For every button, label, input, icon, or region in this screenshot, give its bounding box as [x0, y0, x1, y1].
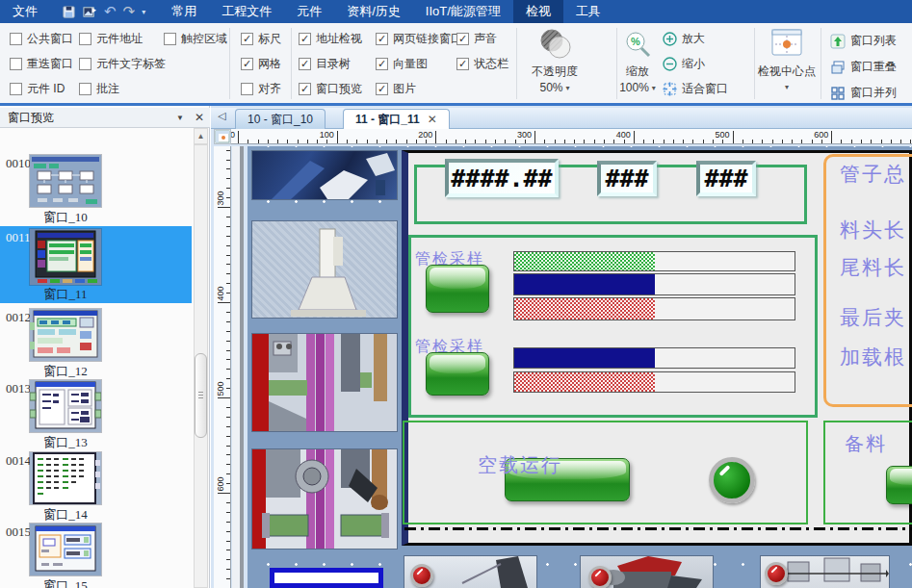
ruler-tick: [624, 140, 625, 143]
undo-icon[interactable]: ↶: [104, 4, 117, 19]
tab-close-icon[interactable]: ✕: [428, 113, 437, 126]
machine-image-5[interactable]: [404, 556, 536, 588]
zoom-icon[interactable]: %: [622, 29, 653, 64]
ruler-tick: [367, 140, 368, 143]
tab-scroll-left-icon[interactable]: ◁: [218, 110, 225, 122]
machine-image-1[interactable]: OFF: [252, 151, 397, 199]
view-center-icon[interactable]: [769, 28, 804, 63]
numeric-display-1[interactable]: ####.##: [445, 159, 559, 197]
tab-window-10[interactable]: 10 - 窗口_10: [235, 109, 326, 129]
menu-data-history[interactable]: 资料/历史: [334, 0, 413, 23]
menu-project-files[interactable]: 工程文件: [209, 0, 284, 23]
window-cascade-button[interactable]: 窗口重叠: [830, 59, 897, 75]
menu-file[interactable]: 文件: [0, 0, 50, 23]
ruler-tick: [396, 140, 397, 143]
sidebar-item-window-13[interactable]: 0013 窗口_13: [0, 377, 192, 450]
bar-graph-red-2[interactable]: [513, 371, 795, 393]
machine-image-3[interactable]: OFF: [252, 334, 397, 431]
bar-fill: [514, 274, 655, 294]
ruler-tick: [881, 140, 882, 143]
checkbox-status-bar[interactable]: 状态栏: [456, 57, 508, 71]
pipe-sample-button-1[interactable]: [426, 265, 489, 313]
machine-image-7[interactable]: [761, 556, 889, 588]
panel-close-icon[interactable]: ✕: [191, 108, 208, 128]
view-center-dropdown[interactable]: ▾: [753, 83, 821, 91]
checkbox-common-window[interactable]: 公共窗口: [10, 32, 73, 46]
bar-graph-navy-1[interactable]: [513, 273, 795, 295]
checkbox-vector-graphics[interactable]: 向量图: [376, 57, 428, 71]
checkbox-overlay-window[interactable]: 重迭窗口: [10, 57, 73, 71]
idle-run-label[interactable]: 空载运行: [478, 452, 562, 478]
sidebar-item-window-15[interactable]: 0015 窗口_15: [0, 521, 192, 588]
label-last-clamp[interactable]: 最后夹: [840, 304, 912, 331]
checkbox-object-address[interactable]: 元件地址: [79, 32, 143, 46]
sidebar-item-window-14[interactable]: 0014 窗口_14: [0, 449, 192, 523]
bar-graph-green[interactable]: [513, 251, 795, 271]
numeric-display-3[interactable]: ###: [696, 161, 756, 196]
checkbox-comment[interactable]: 批注: [79, 82, 119, 96]
menu-iiot-energy[interactable]: IIoT/能源管理: [413, 0, 513, 23]
blue-frame-object[interactable]: [270, 568, 383, 588]
pipe-sample-button-2[interactable]: [426, 352, 489, 396]
machine-image-4[interactable]: OFF: [252, 449, 397, 549]
checkbox-directory-tree[interactable]: 目录树: [299, 57, 351, 71]
opacity-icon[interactable]: [535, 27, 576, 65]
green-led-indicator[interactable]: [709, 457, 755, 503]
label-head-length[interactable]: 料头长: [840, 217, 912, 243]
window-label: 窗口_15: [30, 577, 101, 588]
bar-graph-navy-2[interactable]: [513, 347, 795, 369]
panel-dropdown-icon[interactable]: ▼: [171, 108, 189, 128]
menu-common[interactable]: 常用: [159, 0, 209, 23]
checkbox-window-preview[interactable]: 窗口预览: [299, 82, 362, 96]
menu-tools[interactable]: 工具: [563, 0, 613, 23]
menu-view[interactable]: 检视: [513, 0, 563, 23]
ruler-tick: [226, 426, 230, 427]
label-tail-length[interactable]: 尾料长: [840, 254, 912, 281]
opacity-value[interactable]: 50%▾: [520, 81, 589, 94]
sidebar-scrollbar-thumb[interactable]: [195, 353, 207, 438]
sidebar-item-window-10[interactable]: 0010 窗口_10: [0, 152, 192, 225]
machine-image-2[interactable]: OFF: [252, 221, 397, 318]
fit-to-window-button[interactable]: 适合窗口: [663, 81, 728, 97]
sidebar-item-window-11[interactable]: 0011 窗口_11: [0, 226, 192, 303]
checkbox-sound[interactable]: 声音: [456, 32, 497, 46]
save-icon[interactable]: [62, 5, 76, 19]
ruler-tick: [238, 131, 239, 143]
checkbox-grid[interactable]: 网格: [241, 57, 281, 71]
fit-window-icon: [663, 82, 677, 96]
export-image-icon[interactable]: [83, 5, 97, 19]
sidebar-item-window-12[interactable]: 0012 窗口_12: [0, 306, 192, 379]
redo-icon[interactable]: ↷: [123, 4, 136, 19]
zoom-value[interactable]: 100%▾: [609, 81, 666, 94]
menu-objects[interactable]: 元件: [284, 0, 334, 23]
checkbox-touch-area[interactable]: 触控区域: [164, 32, 227, 46]
window-list-button[interactable]: 窗口列表: [830, 33, 897, 49]
ruler-tick: [298, 140, 299, 143]
bar-graph-red-1[interactable]: [513, 297, 795, 320]
prep-button[interactable]: [886, 466, 912, 504]
checkbox-ruler[interactable]: 标尺: [241, 32, 281, 46]
label-load-count[interactable]: 加载根: [840, 344, 912, 371]
tab-window-11[interactable]: 11 - 窗口_11✕: [343, 109, 450, 129]
ruler-tick: [307, 140, 308, 143]
ruler-label: 100: [307, 130, 334, 140]
label-pipe-total[interactable]: 管子总: [840, 161, 912, 188]
checkbox-address-view[interactable]: 地址检视: [299, 32, 362, 46]
checkbox-weblink-window[interactable]: 网页链接窗口: [376, 32, 462, 46]
checkbox-align[interactable]: 对齐: [241, 82, 281, 96]
checkbox-object-text-label[interactable]: 元件文字标签: [79, 57, 166, 71]
checkbox-box: [299, 33, 311, 45]
zoom-out-button[interactable]: 缩小: [663, 56, 705, 72]
ruler-tick: [713, 140, 714, 143]
ruler-tick: [762, 140, 763, 143]
checkbox-picture[interactable]: 图片: [376, 82, 416, 96]
numeric-display-2[interactable]: ###: [597, 161, 657, 196]
prep-label[interactable]: 备料: [845, 431, 887, 457]
ribbon-separator: [821, 28, 821, 99]
zoom-in-button[interactable]: 放大: [663, 31, 705, 47]
checkbox-object-id[interactable]: 元件 ID: [10, 82, 65, 96]
window-tile-button[interactable]: 窗口并列: [830, 85, 897, 101]
scrollbar-up-arrow[interactable]: ▲: [194, 128, 208, 144]
qat-dropdown-icon[interactable]: ▾: [142, 8, 145, 16]
machine-image-6[interactable]: [581, 556, 713, 588]
